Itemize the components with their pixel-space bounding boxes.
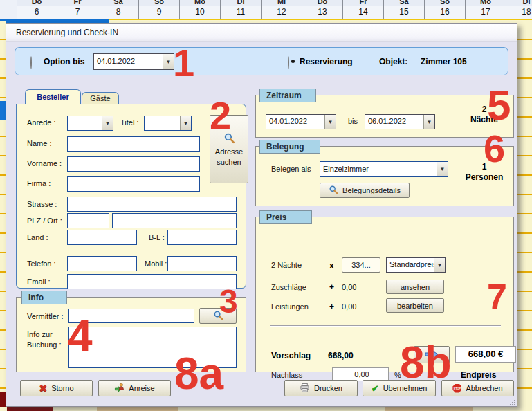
calendar-column[interactable]: Do6 (17, 0, 57, 19)
plz-field[interactable] (67, 213, 109, 228)
calendar-booking-cell-tan (97, 407, 178, 411)
option-date-combobox[interactable]: 04.01.2022 ▼ (93, 53, 174, 70)
option-radio[interactable] (30, 56, 32, 69)
chevron-down-icon[interactable]: ▼ (423, 115, 434, 129)
chevron-down-icon[interactable]: ▼ (163, 54, 174, 69)
storno-button[interactable]: ✖ Storno (20, 380, 93, 396)
nachlass-field[interactable] (332, 367, 389, 381)
calendar-column[interactable]: Do13 (302, 0, 343, 19)
calendar-column[interactable]: So16 (425, 0, 466, 19)
printer-icon (300, 383, 310, 394)
calendar-column[interactable]: So9 (139, 0, 180, 19)
to-date-value: 06.01.2022 (365, 115, 423, 129)
from-date-combobox[interactable]: 04.01.2022 ▼ (266, 114, 336, 129)
chevron-down-icon[interactable]: ▼ (102, 116, 113, 130)
titel-combobox[interactable]: ▼ (144, 116, 192, 131)
drucken-button[interactable]: Drucken (284, 380, 358, 396)
bearbeiten-button[interactable]: bearbeiten (386, 298, 444, 313)
calendar-date-label[interactable]: 9 (139, 6, 179, 19)
telefon-label: Telefon : (27, 259, 56, 268)
calendar-column[interactable]: Di11 (221, 0, 262, 19)
preis-divider (270, 325, 501, 327)
annotation-7: 7 (487, 281, 507, 313)
to-date-combobox[interactable]: 06.01.2022 ▼ (365, 114, 435, 129)
calendar-column[interactable]: Mo17 (466, 0, 506, 19)
annotation-2: 2 (210, 98, 231, 133)
chevron-down-icon[interactable]: ▼ (180, 116, 191, 130)
land-field[interactable] (67, 230, 137, 245)
calendar-day-label: Sa (98, 0, 138, 6)
zuschlaege-label: Zuschläge (271, 283, 306, 291)
firma-field[interactable] (67, 176, 200, 192)
annotation-8a: 8a (174, 354, 223, 394)
calendar-date-label[interactable]: 8 (98, 6, 138, 19)
calendar-column[interactable]: Mi12 (262, 0, 302, 19)
endpreis-value-field[interactable]: 668,00 € (455, 346, 516, 363)
strasse-label: Strasse : (27, 200, 57, 208)
calendar-day-label: So (139, 0, 179, 6)
storno-label: Storno (51, 384, 73, 392)
ansehen-button[interactable]: ansehen (386, 280, 444, 294)
calendar-date-label[interactable]: 13 (302, 6, 342, 19)
calendar-header-strip: Do6 Fr7 Sa8 So9 Mo10 Di11 Mi12 Do13 Fr14… (0, 0, 532, 19)
titel-label: Titel : (120, 118, 139, 127)
calendar-date-label[interactable]: 7 (57, 6, 98, 19)
anrede-combobox[interactable]: ▼ (67, 116, 113, 131)
annotation-3: 3 (219, 286, 238, 316)
calendar-column[interactable]: Fr14 (343, 0, 384, 19)
calendar-date-label[interactable]: 16 (425, 6, 465, 19)
calendar-booking-cell-red (7, 407, 53, 411)
calendar-day-label: Mi (262, 0, 302, 6)
bl-label: B-L : (149, 233, 165, 241)
calendar-day-label: Do (17, 0, 57, 6)
calendar-column[interactable]: Fr7 (57, 0, 98, 19)
ort-field[interactable] (112, 213, 237, 228)
chevron-down-icon[interactable]: ▼ (324, 115, 336, 129)
calendar-date-label[interactable]: 6 (17, 6, 57, 19)
calendar-day-label: Mo (180, 0, 220, 6)
annotation-1: 1 (173, 46, 194, 80)
cancel-x-icon: ✖ (39, 383, 47, 394)
calendar-date-label[interactable]: 10 (180, 6, 220, 19)
chevron-down-icon[interactable]: ▼ (437, 162, 448, 176)
firma-label: Firma : (27, 179, 51, 188)
calendar-column[interactable]: Di18 (506, 0, 532, 19)
calendar-date-label[interactable]: 11 (221, 6, 261, 19)
strasse-field[interactable] (67, 197, 237, 212)
calendar-date-label[interactable]: 18 (506, 6, 532, 19)
screen: Do6 Fr7 Sa8 So9 Mo10 Di11 Mi12 Do13 Fr14… (0, 0, 532, 411)
nachlass-label: Nachlass (271, 371, 302, 379)
booking-type-panel: Option bis 04.01.2022 ▼ Reservierung Obj… (15, 47, 508, 75)
resize-grip[interactable] (509, 399, 515, 405)
persons-unit-label: Personen (464, 172, 505, 182)
endpreis-label: Endpreis (461, 370, 496, 380)
zuschlaege-value: 0,00 (342, 283, 356, 291)
tab-gaeste[interactable]: Gäste (82, 92, 119, 104)
abbrechen-button[interactable]: STOP Abbrechen (441, 380, 514, 396)
telefon-field[interactable] (67, 256, 137, 271)
email-field[interactable] (67, 274, 237, 289)
rate-value-button[interactable]: 334... (342, 257, 380, 273)
chevron-down-icon[interactable]: ▼ (434, 258, 445, 272)
search-icon (329, 185, 338, 196)
belegen-als-combobox[interactable]: Einzelzimmer ▼ (320, 161, 448, 177)
bundesland-field[interactable] (167, 230, 237, 245)
calendar-column[interactable]: Mo10 (180, 0, 221, 19)
vorname-field[interactable] (67, 156, 200, 172)
calendar-column[interactable]: Sa8 (98, 0, 139, 19)
mobil-field[interactable] (167, 256, 237, 271)
calendar-date-label[interactable]: 12 (262, 6, 302, 19)
reservation-radio[interactable] (288, 56, 289, 69)
tab-besteller[interactable]: Besteller (25, 89, 81, 104)
calendar-date-label[interactable]: 17 (466, 6, 506, 19)
calendar-date-label[interactable]: 14 (343, 6, 383, 19)
belegungsdetails-button[interactable]: Belegungsdetails (320, 183, 410, 198)
belegen-als-label: Belegen als (271, 165, 311, 173)
calendar-date-label[interactable]: 15 (384, 6, 424, 19)
calendar-column[interactable]: Sa15 (384, 0, 425, 19)
anreise-button[interactable]: Anreise (98, 380, 171, 396)
rate-type-combobox[interactable]: Standardpreis ▼ (386, 257, 446, 273)
mobil-label: Mobil : (145, 259, 167, 268)
name-field[interactable] (67, 136, 200, 152)
belegungsdetails-label: Belegungsdetails (342, 186, 401, 194)
